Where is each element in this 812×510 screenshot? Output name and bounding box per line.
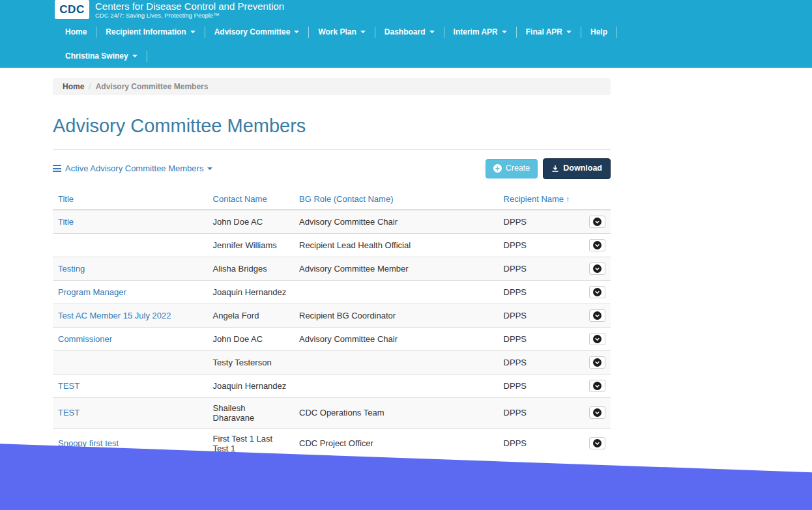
toolbar-buttons: + Create Download [486,158,611,179]
nav-item-home[interactable]: Home [56,24,96,40]
nav-item-help[interactable]: Help [581,24,616,40]
create-button[interactable]: + Create [486,159,538,178]
row-actions-button[interactable] [589,262,605,275]
cell-bg-role: Advisory Committee Member [294,257,499,280]
table-row: Program ManagerJoaquin HernandezDPPS [53,280,611,304]
cell-contact-name: Joaquin Hernandez [208,374,294,397]
chevron-down-circle-icon [593,358,602,367]
cell-recipient-name: DPPS [499,327,584,350]
cell-title: TEST [53,374,208,397]
caret-down-icon [360,31,366,33]
main-nav: HomeRecipient InformationAdvisory Commit… [56,24,617,40]
breadcrumb-separator: / [89,82,91,91]
row-actions-button[interactable] [589,286,605,298]
cdc-logo[interactable]: CDC [55,0,89,19]
site-header: CDC Centers for Disease Control and Prev… [0,0,812,68]
cell-actions [584,280,611,304]
caret-down-icon [294,31,299,33]
cell-bg-role: Advisory Committee Chair [294,210,499,234]
row-actions-button[interactable] [589,356,605,369]
table-header-row: TitleContact NameBG Role (Contact Name)R… [53,189,611,210]
nav-item-final-apr[interactable]: Final APR [517,24,581,40]
cell-bg-role: Recipient BG Coordinator [294,304,499,327]
table-row: Jennifer WilliamsRecipient Lead Health O… [53,233,611,257]
user-nav: Christina Swiney [56,48,147,64]
cell-actions [584,210,611,234]
brand-text: Centers for Disease Control and Preventi… [95,0,284,20]
table-row: TestingAlisha BridgesAdvisory Committee … [53,257,611,280]
chevron-down-circle-icon [593,439,602,447]
row-title-link[interactable]: TEST [58,381,80,391]
cell-contact-name: Shailesh Dharavane [208,397,294,428]
table-row: TESTShailesh DharavaneCDC Operations Tea… [53,397,611,428]
nav-item-work-plan[interactable]: Work Plan [309,24,374,40]
nav-item-advisory-committee[interactable]: Advisory Committee [205,24,309,40]
nav-divider [616,27,617,38]
row-title-link[interactable]: Testing [58,264,85,274]
cell-actions [584,304,611,327]
chevron-down-circle-icon [593,288,602,296]
brand: CDC Centers for Disease Control and Prev… [55,0,284,20]
title-divider [53,149,611,150]
cell-actions [584,428,611,459]
caret-down-icon [207,167,212,170]
cell-recipient-name: DPPS [499,397,584,428]
cell-title [53,350,208,374]
cell-contact-name: Angela Ford [208,304,294,327]
cdc-logo-text: CDC [59,3,84,16]
cell-recipient-name: DPPS [499,374,584,397]
cell-contact-name: John Doe AC [208,327,294,350]
nav-item-label: Work Plan [318,27,356,36]
cell-actions [584,374,611,397]
row-title-link[interactable]: Title [58,217,74,227]
create-button-label: Create [506,163,530,175]
column-header-recipient-name[interactable]: Recipient Name [504,194,564,204]
caret-down-icon [132,55,138,57]
table-row: TitleJohn Doe ACAdvisory Committee Chair… [53,210,611,234]
nav-item-label: Final APR [526,27,562,36]
filter-label: Active Advisory Committee Members [65,163,203,173]
cell-title: Testing [53,257,208,280]
cell-recipient-name: DPPS [499,280,584,304]
cell-bg-role: CDC Operations Team [294,397,499,428]
nav-item-label: Help [590,27,607,36]
cell-actions [584,257,611,280]
view-filter-dropdown[interactable]: Active Advisory Committee Members [53,163,212,173]
breadcrumb-home[interactable]: Home [63,82,84,91]
cell-bg-role: Advisory Committee Chair [294,327,499,350]
row-actions-button[interactable] [589,437,605,449]
row-actions-button[interactable] [589,333,605,345]
row-actions-button[interactable] [589,216,605,228]
row-actions-button[interactable] [589,309,605,322]
row-title-link[interactable]: TEST [58,408,80,418]
nav-item-label: Recipient Information [106,27,186,36]
cell-recipient-name: DPPS [499,304,584,327]
nav-item-recipient-information[interactable]: Recipient Information [96,24,204,40]
table-row: Test AC Member 15 July 2022Angela FordRe… [53,304,611,327]
column-header-title[interactable]: Title [58,194,74,204]
row-title-link[interactable]: Program Manager [58,287,126,297]
row-title-link[interactable]: Test AC Member 15 July 2022 [58,311,171,320]
row-actions-button[interactable] [589,239,605,251]
table-row: TESTJoaquin HernandezDPPS [53,374,611,397]
cell-bg-role: Recipient Lead Health Official [294,233,499,257]
cell-contact-name: Joaquin Hernandez [208,280,294,304]
cell-title: TEST [53,397,208,428]
column-header-contact-name[interactable]: Contact Name [213,194,267,204]
chevron-down-circle-icon [593,408,602,417]
nav-item-interim-apr[interactable]: Interim APR [444,24,516,40]
download-icon [551,165,559,173]
column-header-bg-role-contact-name[interactable]: BG Role (Contact Name) [299,194,394,204]
nav-item-dashboard[interactable]: Dashboard [375,24,444,40]
chevron-down-circle-icon [593,218,602,226]
nav-item-label: Dashboard [384,27,426,36]
download-button[interactable]: Download [543,158,611,179]
cell-title: Program Manager [53,280,208,304]
row-actions-button[interactable] [589,406,605,419]
nav-item-label: Advisory Committee [214,27,291,36]
cell-contact-name: Alisha Bridges [208,257,294,280]
row-title-link[interactable]: Commissioner [58,334,112,344]
table-row: CommissionerJohn Doe ACAdvisory Committe… [53,327,611,350]
user-menu[interactable]: Christina Swiney [56,48,147,64]
row-actions-button[interactable] [589,380,605,392]
